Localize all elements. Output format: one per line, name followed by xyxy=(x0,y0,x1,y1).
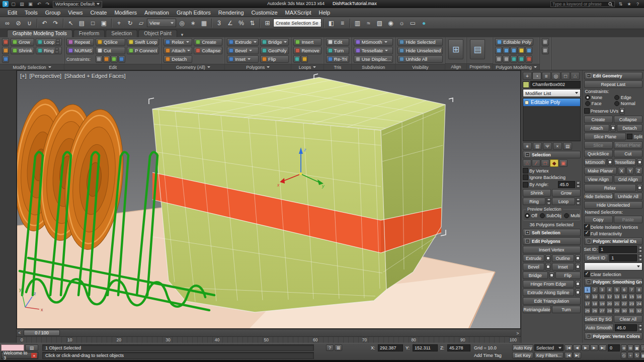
stack-item-editable-poly[interactable]: Editable Poly xyxy=(523,99,580,106)
window-crossing-icon[interactable]: ▣ xyxy=(99,18,109,28)
ignore-backfacing-icon[interactable] xyxy=(2,55,9,63)
cut-button[interactable]: Cut xyxy=(96,47,125,54)
constraint-none-icon[interactable] xyxy=(96,55,103,63)
show-end-result-icon[interactable] xyxy=(503,55,510,63)
remove-button[interactable]: Remove xyxy=(293,47,321,54)
timeline-tick-50[interactable]: 50 xyxy=(264,337,268,342)
perspective-viewport[interactable]: z y x x y z [+] [Perspective] [Shaded + … xyxy=(17,70,521,329)
constraint-normal-icon[interactable] xyxy=(118,55,125,63)
outline-settings-button[interactable] xyxy=(575,254,581,262)
play-animation-button[interactable]: ▶ xyxy=(582,344,590,351)
unhide-all-button[interactable]: Unhide All xyxy=(614,193,642,200)
motion-tab[interactable]: ◎ xyxy=(551,72,560,80)
ribbon-configuration-icon[interactable] xyxy=(542,47,549,54)
zoom-all-icon[interactable]: ⊞ xyxy=(627,344,633,351)
insert-vertex-button[interactable]: Insert Vertex xyxy=(523,246,581,253)
redo-icon[interactable]: ↷ xyxy=(44,1,51,8)
save-file-icon[interactable]: ▣ xyxy=(27,1,34,8)
auto-key-button[interactable]: Auto Key xyxy=(512,344,533,351)
bevel-button[interactable]: Bevel xyxy=(523,263,544,270)
polygon-subobject-icon[interactable]: ◆ xyxy=(550,159,558,167)
geopoly-button[interactable]: GeoPoly xyxy=(260,47,289,54)
ring-button[interactable]: Ring xyxy=(523,198,545,205)
viewport-general-menu[interactable]: [+] xyxy=(20,73,27,79)
undo-icon[interactable]: ↶ xyxy=(39,18,50,28)
by-vertex-checkbox[interactable] xyxy=(523,168,528,173)
relax-button[interactable]: Relax xyxy=(164,38,192,46)
curve-editor-icon[interactable]: ≈ xyxy=(363,18,374,28)
make-planar-button[interactable]: Make Planar xyxy=(584,167,617,174)
detach-button[interactable]: Detach xyxy=(617,124,642,132)
mirror-icon[interactable]: ◧ xyxy=(326,18,337,28)
menu-maxscript[interactable]: MAXScript xyxy=(282,9,315,16)
smoothing-group-27[interactable]: 27 xyxy=(599,308,606,314)
select-by-sg-button[interactable]: Select By SG xyxy=(584,315,613,323)
undo-icon[interactable]: ↶ xyxy=(35,1,43,8)
constraint-face-icon[interactable] xyxy=(111,55,118,63)
material-id-name-dropdown[interactable] xyxy=(584,262,643,270)
rollout-edit-polygons[interactable]: −Edit Polygons xyxy=(523,237,581,245)
rollout-edit-geometry[interactable]: −Edit Geometry xyxy=(584,72,643,79)
hinge-from-edge-button[interactable]: Hinge From Edge xyxy=(523,280,574,288)
collapse-button[interactable]: Collapse xyxy=(194,47,222,54)
normal-radio[interactable] xyxy=(614,101,619,106)
minimize-ribbon-icon[interactable] xyxy=(542,38,549,46)
select-and-move-icon[interactable]: + xyxy=(114,18,124,28)
zoom-region-icon[interactable]: □ xyxy=(640,344,644,351)
help-icon[interactable]: ? xyxy=(634,1,641,8)
inset-button[interactable]: Inset xyxy=(552,263,574,270)
search-box[interactable] xyxy=(550,1,615,7)
field-of-view-icon[interactable]: ◇ xyxy=(621,352,627,359)
hinge-from-edge-settings-button[interactable] xyxy=(575,280,581,288)
previous-frame-arrow[interactable]: < xyxy=(17,330,23,336)
angle-snap-icon[interactable]: ∠ xyxy=(225,18,235,28)
welcome-window-taskbar[interactable]: Welcome to 3 × xyxy=(1,352,38,359)
next-modifier-icon[interactable] xyxy=(518,55,525,63)
insert-button[interactable]: Insert xyxy=(293,38,321,46)
by-angle-checkbox[interactable] xyxy=(523,182,528,188)
ribbon-tab-selection[interactable]: Selection xyxy=(106,30,137,37)
none-radio[interactable] xyxy=(585,95,590,100)
timeline-tick-0[interactable]: 0 xyxy=(21,337,23,342)
chamferbox-object[interactable] xyxy=(152,77,445,312)
smoothing-group-20[interactable]: 20 xyxy=(606,301,613,307)
select-and-scale-icon[interactable]: ▱ xyxy=(136,18,146,28)
smoothing-group-31[interactable]: 31 xyxy=(628,308,635,314)
preserve-uvs-checkbox[interactable] xyxy=(584,108,590,114)
extrude-along-spline-button[interactable]: Extrude Along Spline xyxy=(523,289,574,296)
smoothing-group-12[interactable]: 12 xyxy=(606,294,613,300)
value-field[interactable]: 1 xyxy=(609,254,637,261)
timeline-tick-40[interactable]: 40 xyxy=(215,337,219,342)
rollout-selection[interactable]: −Selection xyxy=(523,151,581,158)
panel-label-loops[interactable]: Loops xyxy=(291,64,323,70)
spinner-snap-icon[interactable]: ⇅ xyxy=(247,18,258,28)
delete-isolated-vertices-checkbox[interactable] xyxy=(584,224,590,230)
full-interactivity-checkbox[interactable] xyxy=(584,231,590,236)
loop-button[interactable]: Loop xyxy=(552,198,575,205)
menu-modifiers[interactable]: Modifiers xyxy=(111,9,140,16)
welcome-close-icon[interactable]: × xyxy=(31,353,37,358)
panel-label-geometry-all[interactable]: Geometry (All) xyxy=(162,64,224,70)
edge-subobject-icon[interactable]: ∕ xyxy=(532,159,540,167)
smoothing-group-25[interactable]: 25 xyxy=(584,308,591,314)
create-button[interactable]: Create xyxy=(584,116,613,123)
extrude-button[interactable]: Extrude xyxy=(523,254,544,262)
make-unique-icon[interactable]: Ψ xyxy=(543,142,552,150)
value-field[interactable]: 45.0 xyxy=(615,324,637,331)
ribbon-tabs-menu-icon[interactable]: ▾ xyxy=(178,32,187,37)
multi-radio[interactable] xyxy=(564,213,569,218)
cut-button[interactable]: Cut xyxy=(614,150,642,157)
maximize-viewport-icon[interactable]: ▦ xyxy=(640,352,644,359)
panel-label-polygon-modeling[interactable]: Polygon Modeling xyxy=(493,64,539,70)
value-field[interactable]: 1 xyxy=(599,246,637,253)
menu-views[interactable]: Views xyxy=(64,9,86,16)
preserve-uvs-settings-button[interactable] xyxy=(619,107,625,115)
bridge-settings-button[interactable] xyxy=(549,272,554,279)
attach-button[interactable]: Attach xyxy=(164,47,192,54)
tessellate-button[interactable]: Tessellate xyxy=(614,158,636,166)
smoothing-group-30[interactable]: 30 xyxy=(621,308,628,314)
use-soft-selection-icon[interactable] xyxy=(2,38,9,46)
z-button[interactable]: Z xyxy=(635,167,642,174)
clear-all-button[interactable]: Clear All xyxy=(614,315,642,323)
render-setup-icon[interactable]: ☼ xyxy=(396,18,407,28)
